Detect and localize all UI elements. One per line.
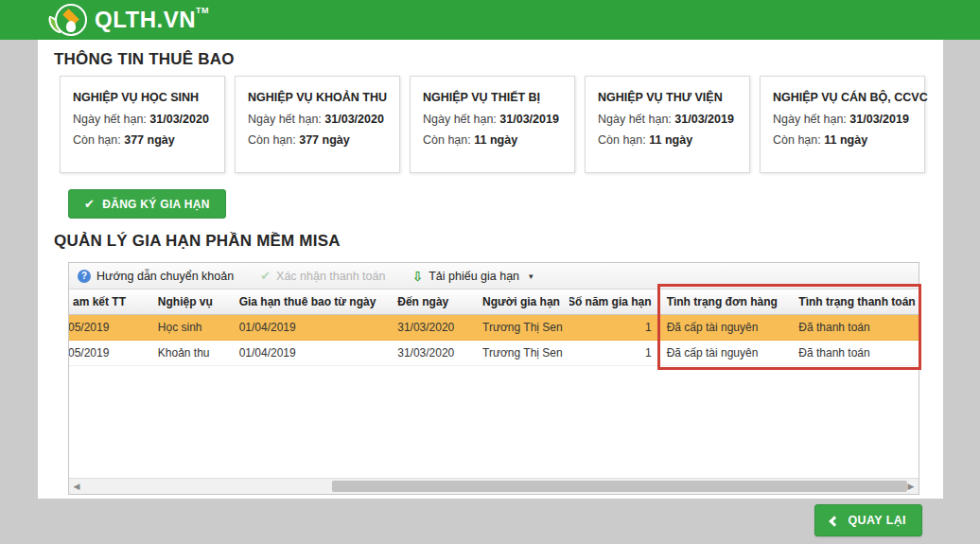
remaining-line: Còn hạn: 11 ngày: [598, 133, 737, 147]
table-cell: Đã cấp tài nguyên: [659, 341, 792, 365]
grid-toolbar: ? Hướng dẫn chuyển khoản ✔ Xác nhận than…: [69, 263, 919, 290]
chevron-down-icon: ▾: [529, 272, 534, 281]
expiry-line: Ngày hết hạn: 31/03/2019: [598, 113, 737, 126]
table-cell: 1: [569, 341, 659, 365]
card-title: NGHIỆP VỤ HỌC SINH: [73, 91, 212, 104]
qlth-logo[interactable]: QLTH.VNTM: [47, 4, 209, 36]
card-title: NGHIỆP VỤ KHOẢN THU: [248, 91, 387, 104]
transfer-guide-button[interactable]: ? Hướng dẫn chuyển khoản: [78, 270, 234, 283]
subscription-card-thiet-bi: NGHIỆP VỤ THIẾT BỊ Ngày hết hạn: 31/03/2…: [410, 76, 575, 173]
table-cell: Đã thanh toán: [791, 341, 919, 365]
help-icon: ?: [78, 270, 91, 283]
scroll-left-icon[interactable]: ◀: [69, 479, 84, 494]
remaining-line: Còn hạn: 377 ngày: [73, 133, 212, 147]
remaining-line: Còn hạn: 377 ngày: [248, 133, 387, 147]
column-header[interactable]: Tình trạng thanh toán: [791, 290, 919, 314]
grid-header-row: am kết TT Nghiệp vụ Gia hạn thuê bao từ …: [69, 290, 919, 315]
column-header[interactable]: Nghiệp vụ: [150, 290, 232, 314]
confirm-payment-button[interactable]: ✔ Xác nhận thanh toán: [260, 269, 385, 283]
table-cell: 05/2019: [69, 315, 150, 340]
download-renewal-slip-button[interactable]: ⇩ Tải phiếu gia hạn ▾: [411, 269, 533, 284]
column-header[interactable]: Số năm gia hạn: [569, 290, 659, 314]
main-content: THÔNG TIN THUÊ BAO NGHIỆP VỤ HỌC SINH Ng…: [38, 40, 943, 499]
table-row[interactable]: 05/2019 Khoản thu 01/04/2019 31/03/2020 …: [69, 341, 919, 366]
check-icon: ✔: [260, 269, 271, 283]
scrollbar-thumb[interactable]: [332, 481, 907, 492]
app-header: QLTH.VNTM: [0, 0, 980, 40]
graduation-cap-icon: [55, 4, 87, 36]
download-icon: ⇩: [411, 269, 423, 284]
table-cell: 01/04/2019: [232, 315, 391, 340]
renewal-section-title: QUẢN LÝ GIA HẠN PHẦN MỀM MISA: [54, 232, 341, 251]
brand-title: QLTH.VNTM: [95, 9, 209, 31]
column-header[interactable]: Người gia hạn: [475, 290, 569, 314]
renewal-grid: ? Hướng dẫn chuyển khoản ✔ Xác nhận than…: [68, 262, 919, 495]
card-title: NGHIỆP VỤ THIẾT BỊ: [423, 91, 562, 104]
table-cell: Đã thanh toán: [791, 315, 919, 340]
table-cell: Đã cấp tài nguyên: [659, 315, 792, 340]
remaining-line: Còn hạn: 11 ngày: [773, 133, 912, 147]
remaining-line: Còn hạn: 11 ngày: [423, 133, 562, 147]
scroll-right-icon[interactable]: ▶: [903, 479, 919, 494]
subscription-cards: NGHIỆP VỤ HỌC SINH Ngày hết hạn: 31/03/2…: [60, 76, 925, 173]
back-button[interactable]: QUAY LẠI: [814, 504, 922, 536]
column-header[interactable]: Gia hạn thuê bao từ ngày: [232, 290, 391, 314]
horizontal-scrollbar[interactable]: ◀ ▶: [69, 478, 919, 494]
table-cell: 31/03/2020: [390, 315, 475, 340]
card-title: NGHIỆP VỤ THƯ VIỆN: [598, 91, 737, 104]
subscription-section-title: THÔNG TIN THUÊ BAO: [54, 50, 235, 69]
chevron-left-icon: [830, 516, 840, 526]
column-header[interactable]: Đến ngày: [390, 290, 475, 314]
expiry-line: Ngày hết hạn: 31/03/2019: [773, 113, 912, 126]
expiry-line: Ngày hết hạn: 31/03/2020: [248, 113, 387, 126]
table-row[interactable]: 05/2019 Học sinh 01/04/2019 31/03/2020 T…: [69, 315, 919, 341]
table-cell: Khoản thu: [150, 341, 232, 365]
table-cell: 1: [569, 315, 659, 340]
subscription-card-khoan-thu: NGHIỆP VỤ KHOẢN THU Ngày hết hạn: 31/03/…: [235, 76, 400, 173]
card-title: NGHIỆP VỤ CÁN BỘ, CCVC: [773, 91, 912, 104]
table-cell: 05/2019: [69, 341, 150, 365]
table-cell: Trương Thị Sen: [475, 341, 569, 365]
expiry-line: Ngày hết hạn: 31/03/2020: [73, 113, 212, 126]
table-cell: 31/03/2020: [390, 341, 475, 365]
column-header[interactable]: am kết TT: [69, 290, 150, 314]
column-header[interactable]: Tình trạng đơn hàng: [659, 290, 792, 314]
subscription-card-can-bo-ccvc: NGHIỆP VỤ CÁN BỘ, CCVC Ngày hết hạn: 31/…: [760, 76, 925, 173]
register-renewal-button[interactable]: ✔ ĐĂNG KÝ GIA HẠN: [68, 189, 226, 219]
subscription-card-thu-vien: NGHIỆP VỤ THƯ VIỆN Ngày hết hạn: 31/03/2…: [585, 76, 750, 173]
expiry-line: Ngày hết hạn: 31/03/2019: [423, 113, 562, 126]
subscription-card-hoc-sinh: NGHIỆP VỤ HỌC SINH Ngày hết hạn: 31/03/2…: [60, 76, 225, 173]
table-cell: Học sinh: [150, 315, 232, 340]
table-cell: 01/04/2019: [232, 341, 391, 365]
check-icon: ✔: [84, 197, 95, 211]
table-cell: Trương Thị Sen: [475, 315, 569, 340]
